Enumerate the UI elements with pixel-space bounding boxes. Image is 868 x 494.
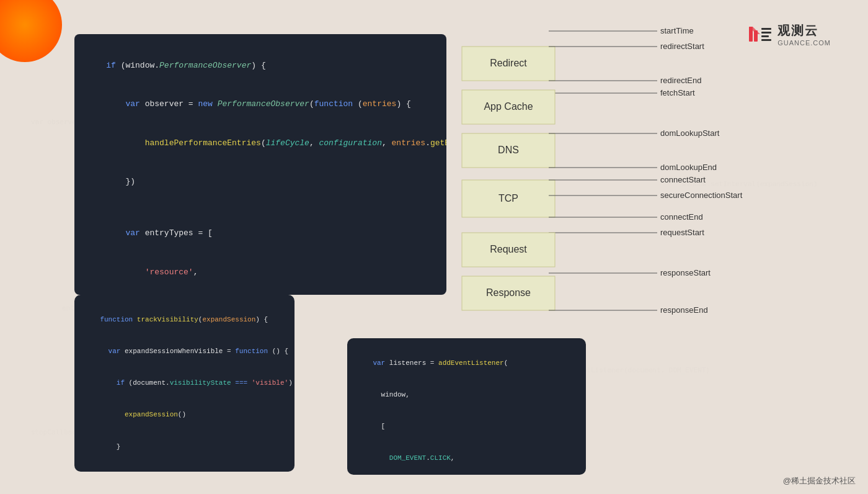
logo-text: 观测云 GUANCE.COM: [777, 22, 831, 47]
svg-text:fetchStart: fetchStart: [660, 88, 695, 97]
svg-rect-9: [462, 47, 555, 81]
br-line-3: [: [356, 411, 577, 442]
code-line-5: [87, 202, 434, 215]
bl-line-6: }: [84, 463, 285, 472]
svg-text:redirectStart: redirectStart: [660, 42, 704, 51]
svg-rect-46: [761, 28, 771, 30]
bl-line-1: function trackVisibility(expandSession) …: [84, 304, 285, 336]
svg-text:connectStart: connectStart: [660, 175, 706, 184]
svg-text:Redirect: Redirect: [490, 58, 527, 68]
svg-rect-35: [462, 233, 555, 267]
svg-rect-49: [761, 39, 771, 41]
code-line-7: 'resource',: [87, 253, 434, 292]
svg-rect-17: [462, 90, 555, 124]
svg-text:DNS: DNS: [498, 145, 519, 155]
svg-text:domLookupEnd: domLookupEnd: [660, 163, 717, 172]
logo-icon: [748, 22, 773, 47]
logo-chinese: 观测云: [777, 22, 818, 39]
svg-text:connectEnd: connectEnd: [660, 212, 703, 222]
bl-line-3: if (document.visibilityState === 'visibl…: [84, 367, 285, 399]
svg-text:App Cache: App Cache: [484, 101, 533, 112]
svg-text:Response: Response: [486, 287, 531, 298]
bottom-left-code-panel: function trackVisibility(expandSession) …: [74, 295, 294, 472]
bl-line-2: var expandSessionWhenVisible = function …: [84, 336, 285, 367]
svg-text:responseStart: responseStart: [660, 268, 711, 277]
svg-text:redirectEnd: redirectEnd: [660, 76, 701, 85]
timing-diagram: startTime Redirect redirectStart redirec…: [453, 12, 812, 329]
svg-text:requestStart: requestStart: [660, 228, 704, 237]
svg-text:secureConnectionStart: secureConnectionStart: [660, 191, 743, 200]
code-line-4: }): [87, 163, 434, 201]
logo-area: 观测云 GUANCE.COM: [748, 22, 831, 47]
br-line-4: DOM_EVENT.CLICK,: [356, 442, 577, 474]
svg-text:responseEnd: responseEnd: [660, 305, 708, 315]
br-line-2: window,: [356, 379, 577, 411]
svg-text:domLookupStart: domLookupStart: [660, 128, 720, 138]
bl-line-5: }: [84, 431, 285, 463]
svg-rect-39: [462, 276, 555, 310]
background-decoration-circle: [0, 0, 62, 62]
main-code-panel: if (window.PerformanceObserver) { var ob…: [74, 34, 446, 295]
svg-rect-47: [761, 32, 771, 34]
code-line-1: if (window.PerformanceObserver) {: [87, 47, 434, 85]
svg-rect-25: [462, 180, 555, 217]
svg-text:Request: Request: [490, 244, 527, 254]
bottom-right-code-panel: var listeners = addEventListener( window…: [347, 338, 586, 475]
code-line-3: handlePerformanceEntries(lifeCycle, conf…: [87, 124, 434, 163]
code-line-2: var observer = new PerformanceObserver(f…: [87, 85, 434, 124]
br-line-1: var listeners = addEventListener(: [356, 348, 577, 379]
watermark: @稀土掘金技术社区: [783, 475, 856, 487]
svg-text:TCP: TCP: [498, 193, 518, 204]
code-line-6: var entryTypes = [: [87, 214, 434, 253]
svg-rect-48: [761, 35, 769, 37]
logo-english: GUANCE.COM: [777, 39, 831, 47]
svg-rect-19: [462, 133, 555, 168]
bl-line-4: expandSession(): [84, 399, 285, 431]
svg-text:startTime: startTime: [660, 26, 694, 35]
